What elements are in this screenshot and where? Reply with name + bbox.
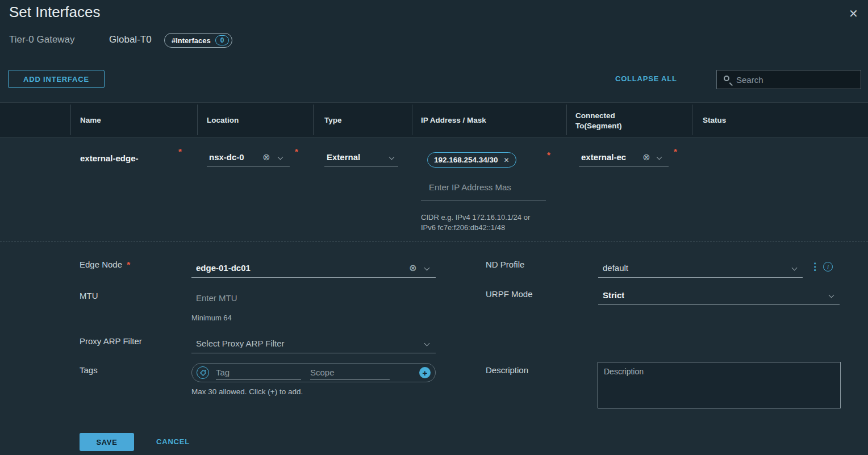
ip-address-value: 192.168.254.34/30	[434, 156, 498, 164]
gateway-name: Global-T0	[109, 34, 152, 45]
required-marker: *	[127, 260, 130, 269]
nd-profile-value: default	[603, 263, 628, 273]
column-separator	[412, 105, 412, 135]
column-separator	[197, 105, 198, 135]
column-header-name: Name	[80, 116, 101, 124]
ip-address-input[interactable]	[429, 180, 542, 194]
column-separator	[70, 105, 71, 135]
edge-node-value: edge-01-dc01	[196, 263, 251, 273]
collapse-all-button[interactable]: COLLAPSE ALL	[615, 74, 677, 83]
add-tag-icon[interactable]: +	[419, 367, 431, 378]
nd-profile-menu-icon[interactable]: ⋮	[810, 261, 820, 273]
interface-name-input[interactable]	[80, 149, 174, 166]
tag-input[interactable]	[216, 366, 301, 379]
edge-node-clear-icon[interactable]: ⊗	[409, 264, 416, 273]
ip-chip-remove-icon[interactable]: ✕	[504, 156, 510, 164]
save-button[interactable]: SAVE	[80, 433, 134, 451]
ip-helper-line1: CIDR e.g. IPv4 172.16.10.1/24 or	[421, 212, 530, 223]
nd-profile-dropdown[interactable]: default	[598, 260, 803, 278]
gateway-type-label: Tier-0 Gateway	[9, 34, 75, 45]
connected-to-combobox[interactable]: external-ec ⊗	[579, 149, 669, 166]
edge-node-chevron-down-icon[interactable]	[424, 265, 430, 271]
urpf-mode-label: URPF Mode	[486, 289, 533, 299]
section-divider	[0, 241, 868, 241]
tags-helper: Max 30 allowed. Click (+) to add.	[191, 387, 303, 396]
edge-node-combobox[interactable]: edge-01-dc01 ⊗	[191, 260, 436, 278]
required-marker: *	[674, 147, 677, 156]
edge-node-label: Edge Node *	[80, 260, 130, 269]
column-header-status: Status	[703, 116, 726, 124]
type-dropdown[interactable]: External	[324, 149, 398, 166]
urpf-mode-value: Strict	[603, 290, 624, 300]
set-interfaces-dialog: Set Interfaces ✕ Tier-0 Gateway Global-T…	[0, 0, 868, 455]
required-marker: *	[295, 147, 298, 156]
interfaces-count-badge: 0	[215, 35, 229, 45]
mtu-label: MTU	[80, 291, 98, 300]
type-chevron-down-icon[interactable]	[389, 155, 395, 160]
tags-control: +	[191, 363, 436, 382]
column-header-type: Type	[324, 116, 342, 124]
search-input[interactable]	[736, 70, 858, 89]
add-interface-button[interactable]: ADD INTERFACE	[8, 70, 105, 88]
tag-icon	[197, 366, 209, 379]
page-title: Set Interfaces	[9, 3, 100, 21]
location-clear-icon[interactable]: ⊗	[262, 153, 270, 162]
search-icon	[724, 76, 729, 81]
location-combobox[interactable]: nsx-dc-0 ⊗	[207, 149, 290, 166]
nd-profile-info-icon[interactable]: i	[823, 262, 833, 272]
edge-node-label-text: Edge Node	[80, 260, 122, 269]
tags-label: Tags	[80, 365, 98, 375]
column-separator	[692, 105, 692, 135]
urpf-mode-dropdown[interactable]: Strict	[598, 287, 840, 305]
close-icon[interactable]: ✕	[849, 7, 858, 20]
description-textarea[interactable]	[598, 362, 841, 408]
ip-input-underline	[421, 200, 546, 201]
proxy-arp-label: Proxy ARP Filter	[80, 336, 142, 346]
interfaces-count-pill[interactable]: #Interfaces 0	[164, 33, 232, 48]
column-header-location: Location	[207, 116, 239, 124]
column-separator	[313, 105, 314, 135]
location-value: nsx-dc-0	[209, 152, 244, 162]
mtu-helper: Minimum 64	[191, 313, 232, 323]
mtu-input[interactable]	[191, 289, 436, 306]
urpf-mode-chevron-down-icon[interactable]	[829, 293, 834, 298]
column-separator	[566, 105, 567, 135]
required-marker: *	[178, 147, 182, 156]
search-box	[716, 70, 861, 89]
description-label: Description	[486, 365, 528, 375]
type-value: External	[327, 152, 360, 162]
proxy-arp-value: Select Proxy ARP Filter	[196, 339, 285, 348]
ip-address-chip[interactable]: 192.168.254.34/30 ✕	[427, 152, 516, 168]
ip-helper-line2: IPv6 fc7e:f206:db42::1/48	[421, 223, 505, 233]
nd-profile-chevron-down-icon[interactable]	[792, 265, 798, 271]
location-chevron-down-icon[interactable]	[278, 155, 283, 160]
column-header-ip: IP Address / Mask	[421, 116, 486, 124]
connected-to-value: external-ec	[581, 152, 626, 162]
connected-to-clear-icon[interactable]: ⊗	[642, 153, 650, 162]
scope-input[interactable]	[310, 366, 390, 379]
nd-profile-label: ND Profile	[486, 260, 524, 269]
required-marker: *	[547, 150, 550, 160]
column-header-connected: Connected To(Segment)	[575, 111, 646, 131]
proxy-arp-dropdown[interactable]: Select Proxy ARP Filter	[191, 336, 436, 353]
connected-to-chevron-down-icon[interactable]	[657, 155, 662, 160]
cancel-button[interactable]: CANCEL	[156, 437, 190, 446]
interfaces-pill-label: #Interfaces	[172, 36, 211, 45]
proxy-arp-chevron-down-icon[interactable]	[424, 341, 430, 347]
